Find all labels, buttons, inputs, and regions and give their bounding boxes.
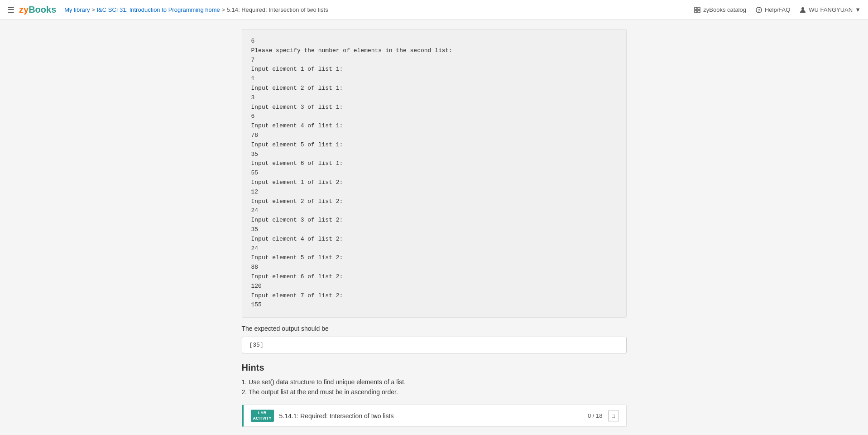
navbar: ☰ zyBooks My library > I&C SCI 31: Intro… [0, 0, 868, 20]
hint-text-1: 1. Use set() data structure to find uniq… [242, 378, 406, 386]
lab-activity-bar: LAB ACTIVITY 5.14.1: Required: Intersect… [242, 405, 627, 427]
hamburger-icon[interactable]: ☰ [7, 5, 14, 15]
brand-books: Books [29, 5, 56, 14]
help-faq-link[interactable]: ? Help/FAQ [755, 6, 790, 14]
expand-icon: □ [612, 413, 615, 419]
hints-list: 1. Use set() data structure to find uniq… [242, 378, 627, 396]
svg-text:?: ? [758, 8, 760, 13]
user-name: WU FANGYUAN [809, 6, 853, 13]
breadcrumb: My library > I&C SCI 31: Introduction to… [64, 6, 328, 13]
lab-tag-line2: ACTIVITY [253, 416, 272, 421]
breadcrumb-my-library[interactable]: My library [64, 6, 90, 13]
navbar-left: ☰ zyBooks My library > I&C SCI 31: Intro… [7, 5, 694, 15]
hint-item-2: 2. The output list at the end must be in… [242, 388, 627, 396]
help-icon: ? [755, 6, 762, 14]
breadcrumb-course[interactable]: I&C SCI 31: Introduction to Programming … [96, 6, 220, 13]
user-dropdown-icon: ▼ [855, 6, 861, 13]
lab-tag: LAB ACTIVITY [251, 410, 274, 422]
expected-output-label: The expected output should be [242, 325, 627, 332]
lab-activity-expand-button[interactable]: □ [608, 411, 619, 421]
svg-rect-0 [695, 7, 697, 10]
svg-rect-2 [695, 10, 697, 13]
lab-tag-line1: LAB [253, 411, 272, 416]
catalog-label: zyBooks catalog [703, 6, 746, 13]
breadcrumb-current: 5.14: Required: Intersection of two list… [227, 6, 328, 13]
main-content: 6 Please specify the number of elements … [0, 20, 868, 435]
hint-text-2: 2. The output list at the end must be in… [242, 388, 398, 396]
svg-point-6 [801, 7, 804, 10]
code-output-block: 6 Please specify the number of elements … [242, 29, 627, 318]
user-menu[interactable]: WU FANGYUAN ▼ [799, 6, 861, 14]
brand-logo: zyBooks [19, 5, 56, 15]
expected-output-box: [35] [242, 337, 627, 353]
svg-rect-1 [698, 7, 700, 10]
lab-activity-score: 0 / 18 [588, 412, 603, 419]
content-wrapper: 6 Please specify the number of elements … [242, 29, 627, 435]
hint-item-1: 1. Use set() data structure to find uniq… [242, 378, 627, 386]
navbar-right: zyBooks catalog ? Help/FAQ WU FANGYUAN ▼ [694, 6, 861, 14]
zybooks-catalog-link[interactable]: zyBooks catalog [694, 6, 746, 14]
lab-activity-title: 5.14.1: Required: Intersection of two li… [279, 412, 588, 420]
expected-output-value: [35] [249, 342, 264, 348]
hints-heading: Hints [242, 362, 627, 373]
help-label: Help/FAQ [765, 6, 790, 13]
catalog-icon [694, 6, 701, 14]
svg-rect-3 [698, 10, 700, 13]
user-icon [799, 6, 806, 14]
brand-zy: zy [19, 5, 29, 14]
